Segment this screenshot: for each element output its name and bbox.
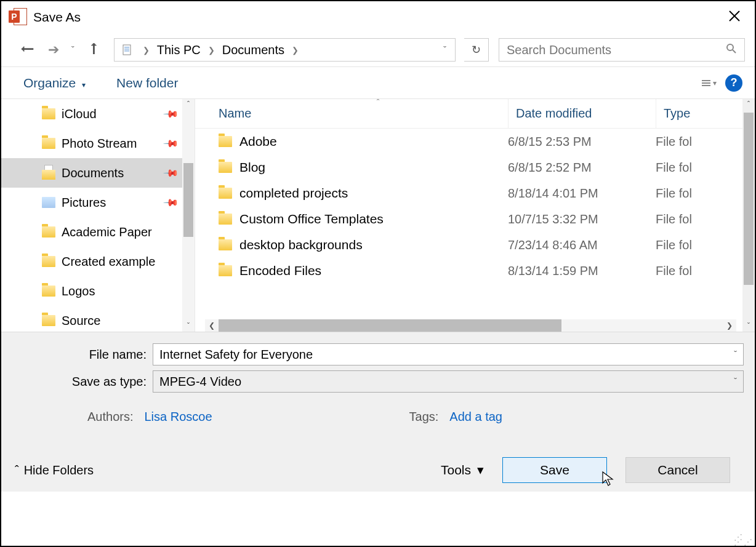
help-button[interactable]: ? (725, 74, 742, 92)
sidebar-item-academic-paper[interactable]: Academic Paper (1, 217, 195, 247)
sidebar-item-documents[interactable]: Documents📌 (1, 158, 195, 188)
folder-icon (219, 162, 232, 173)
footer: ˆ Hide Folders Tools ▾ Save Cancel ⋰⋰⋰ (1, 449, 744, 492)
column-type[interactable]: Type (656, 99, 755, 128)
form-area: File name: ˇ Save as type: ˇ Authors: Li… (1, 332, 755, 492)
scroll-up-icon[interactable]: ˆ (742, 99, 755, 110)
filename-dropdown[interactable]: ˇ (728, 349, 743, 359)
scroll-left-icon[interactable]: ❮ (205, 321, 219, 330)
sidebar-item-pictures[interactable]: Pictures📌 (1, 188, 195, 217)
column-name[interactable]: Name (195, 106, 508, 121)
main-area: ˆ iCloud📌Photo Stream📌Documents📌Pictures… (1, 99, 755, 332)
file-date: 8/13/14 1:59 PM (508, 264, 656, 278)
file-date: 7/23/14 8:46 AM (508, 238, 656, 252)
cancel-button[interactable]: Cancel (625, 457, 730, 483)
svg-rect-2 (124, 49, 129, 50)
save-button[interactable]: Save (502, 457, 607, 483)
file-row[interactable]: desktop backgrounds7/23/14 8:46 AMFile f… (195, 232, 755, 258)
breadcrumb[interactable]: ❯ This PC ❯ Documents ❯ ˇ (114, 38, 456, 62)
pin-icon[interactable]: 📌 (163, 135, 180, 152)
folder-icon (219, 214, 232, 225)
up-button[interactable]: 🠕 (82, 42, 105, 58)
vertical-scrollbar[interactable]: ˆ ˇ (742, 99, 755, 332)
breadcrumb-documents[interactable]: Documents (220, 43, 287, 57)
sidebar-item-source[interactable]: Source (1, 306, 195, 332)
file-name: Custom Office Templates (239, 212, 508, 226)
sidebar-item-icloud[interactable]: iCloud📌 (1, 99, 195, 129)
save-type-input[interactable] (153, 375, 728, 389)
authors-value[interactable]: Lisa Roscoe (144, 410, 212, 424)
filename-field[interactable]: ˇ (153, 343, 744, 365)
svg-rect-0 (123, 45, 131, 55)
sidebar-item-label: Photo Stream (62, 137, 137, 151)
navbar: 🠔 ➔ ˇ 🠕 ❯ This PC ❯ Documents ❯ ˇ ↻ (1, 33, 755, 67)
filename-label: File name: (1, 348, 153, 362)
file-name: Adobe (239, 134, 508, 149)
search-box[interactable] (499, 38, 745, 62)
toolbar: Organize ▾ New folder ▾ ? (1, 67, 755, 99)
address-dropdown[interactable]: ˇ (437, 45, 452, 55)
scroll-down-icon[interactable]: ˇ (182, 321, 195, 332)
folder-icon (42, 285, 55, 297)
column-date[interactable]: Date modified (508, 99, 656, 128)
resize-grip-icon[interactable]: ⋰⋰⋰ (734, 535, 754, 545)
file-name: Encoded Files (239, 263, 508, 278)
chevron-down-icon: ▾ (82, 81, 86, 89)
file-row[interactable]: Adobe6/8/15 2:53 PMFile fol (195, 129, 755, 154)
scrollbar-thumb[interactable] (744, 113, 754, 285)
chevron-right-icon[interactable]: ❯ (203, 46, 220, 55)
tags-value[interactable]: Add a tag (449, 410, 502, 424)
folder-icon (42, 256, 55, 267)
scroll-up-icon[interactable]: ˆ (182, 99, 195, 110)
new-folder-button[interactable]: New folder (116, 76, 178, 90)
file-type: File fol (656, 186, 755, 201)
sidebar-item-photo-stream[interactable]: Photo Stream📌 (1, 129, 195, 158)
chevron-down-icon: ▾ (477, 463, 484, 477)
file-type: File fol (656, 212, 755, 226)
sidebar: iCloud📌Photo Stream📌Documents📌Pictures📌A… (1, 99, 195, 332)
pin-icon[interactable]: 📌 (163, 105, 180, 122)
chevron-right-icon[interactable]: ❯ (287, 46, 304, 55)
tools-button[interactable]: Tools ▾ (441, 463, 484, 477)
scroll-down-icon[interactable]: ˇ (742, 321, 755, 332)
back-button[interactable]: 🠔 (16, 42, 39, 58)
sidebar-item-created-example[interactable]: Created example (1, 247, 195, 276)
powerpoint-icon: P (9, 8, 27, 26)
sidebar-item-label: Pictures (62, 196, 106, 210)
file-row[interactable]: Custom Office Templates10/7/15 3:32 PMFi… (195, 206, 755, 232)
history-dropdown[interactable]: ˇ (68, 45, 78, 55)
file-date: 6/8/15 2:52 PM (508, 161, 656, 175)
chevron-right-icon[interactable]: ❯ (138, 46, 155, 55)
tags-label: Tags: (409, 410, 439, 424)
search-input[interactable] (507, 43, 726, 57)
refresh-button[interactable]: ↻ (464, 38, 489, 62)
organize-button[interactable]: Organize ▾ (23, 76, 86, 90)
save-type-field[interactable]: ˇ (153, 370, 744, 393)
forward-button[interactable]: ➔ (43, 42, 64, 58)
file-row[interactable]: Encoded Files8/13/14 1:59 PMFile fol (195, 258, 755, 284)
svg-point-4 (727, 44, 733, 50)
hide-folders-button[interactable]: ˆ Hide Folders (15, 463, 94, 477)
file-row[interactable]: Blog6/8/15 2:52 PMFile fol (195, 154, 755, 180)
pictures-folder-icon (42, 197, 55, 208)
save-type-dropdown[interactable]: ˇ (728, 377, 743, 386)
file-type: File fol (656, 238, 755, 252)
scroll-right-icon[interactable]: ❯ (723, 321, 736, 330)
view-mode-button[interactable]: ▾ (702, 79, 717, 87)
cursor-icon (601, 471, 615, 490)
close-button[interactable] (722, 6, 747, 30)
sidebar-item-logos[interactable]: Logos (1, 276, 195, 306)
filename-input[interactable] (153, 348, 728, 362)
file-type: File fol (656, 135, 755, 149)
pin-icon[interactable]: 📌 (163, 164, 180, 182)
horizontal-scrollbar[interactable]: ❮ ❯ (205, 319, 736, 332)
file-row[interactable]: completed projects8/18/14 4:01 PMFile fo… (195, 180, 755, 206)
scrollbar-thumb[interactable] (219, 319, 561, 332)
search-icon[interactable] (726, 43, 737, 57)
file-type: File fol (656, 161, 755, 175)
sidebar-scrollbar[interactable]: ˆ ˇ (182, 99, 195, 332)
pin-icon[interactable]: 📌 (163, 194, 180, 211)
scrollbar-thumb[interactable] (183, 163, 193, 237)
svg-line-5 (733, 50, 736, 53)
breadcrumb-this-pc[interactable]: This PC (155, 43, 203, 57)
